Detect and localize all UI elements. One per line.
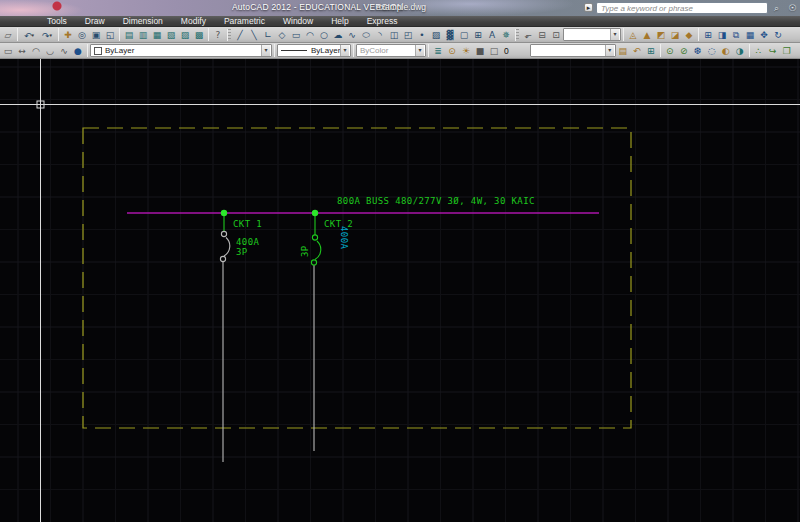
- menu-dimension[interactable]: Dimension: [114, 16, 172, 27]
- construction-line-icon[interactable]: ╲: [248, 28, 261, 41]
- undo-icon[interactable]: ↶▾: [21, 28, 38, 41]
- menu-window[interactable]: Window: [274, 16, 322, 27]
- visual-style-hidden-icon[interactable]: ◩: [655, 28, 668, 41]
- lineweight-control-dropdown-arrow[interactable]: ▾: [415, 45, 424, 56]
- markup-set-manager-icon[interactable]: ▨: [179, 28, 192, 41]
- workspace-icon[interactable]: ▱: [2, 28, 15, 41]
- view-control-dropdown-arrow[interactable]: ▾: [610, 29, 619, 40]
- offset-icon[interactable]: ⧉: [730, 28, 743, 41]
- layer-unisolate-icon[interactable]: ⊘: [677, 44, 690, 57]
- layer-previous-icon[interactable]: ↶: [630, 44, 643, 57]
- copy-objects-new-layer-icon[interactable]: ❐: [780, 44, 793, 57]
- circuit-2-poles-label[interactable]: 3P: [300, 245, 310, 257]
- sheet-set-manager-icon[interactable]: ▧: [165, 28, 178, 41]
- pan-icon[interactable]: ✚: [62, 28, 75, 41]
- visual-style-realistic-icon[interactable]: ◪: [669, 28, 682, 41]
- change-to-current-layer-icon[interactable]: ↪: [766, 44, 779, 57]
- point-icon[interactable]: •: [416, 28, 429, 41]
- array-icon[interactable]: ▦: [744, 28, 757, 41]
- region-icon[interactable]: ▢: [458, 28, 471, 41]
- designcenter-icon[interactable]: ▥: [137, 28, 150, 41]
- menu-help[interactable]: Help: [322, 16, 357, 27]
- ucs-icon[interactable]: ⬐: [522, 28, 535, 41]
- orbit-icon[interactable]: ●: [72, 44, 85, 57]
- visual-style-shaded-icon[interactable]: ◆: [683, 28, 696, 41]
- bus-tap-node-2[interactable]: [312, 210, 318, 216]
- make-block-icon[interactable]: ◰: [402, 28, 415, 41]
- move-icon[interactable]: ✥: [758, 28, 771, 41]
- layer-state-control[interactable]: ▾: [530, 44, 616, 57]
- circuit-2[interactable]: CKT 2 3P 400A: [300, 210, 353, 451]
- bus-tap-node-1[interactable]: [221, 210, 227, 216]
- face-icon[interactable]: ◠: [30, 44, 43, 57]
- ucs-world-icon[interactable]: ⊟: [536, 28, 549, 41]
- visual-style-conceptual-icon[interactable]: ▲: [641, 28, 654, 41]
- ucs-previous-icon[interactable]: ⊡: [550, 28, 563, 41]
- layer-freeze-sun-icon[interactable]: ☀: [460, 44, 473, 57]
- circuit-2-rating-label[interactable]: 400A: [339, 226, 349, 249]
- line-icon[interactable]: ╱: [234, 28, 247, 41]
- named-views-icon[interactable]: ▭: [2, 44, 15, 57]
- menu-tools[interactable]: Tools: [38, 16, 76, 27]
- copy-icon[interactable]: ⊞: [702, 28, 715, 41]
- help-icon[interactable]: ?: [212, 28, 225, 41]
- communication-center-icon[interactable]: ☉: [786, 2, 799, 14]
- layer-properties-manager-icon[interactable]: ≣: [432, 44, 445, 57]
- zoom-realtime-icon[interactable]: ◎: [76, 28, 89, 41]
- zoom-window-icon[interactable]: ▣: [90, 28, 103, 41]
- menu-draw[interactable]: Draw: [76, 16, 114, 27]
- polygon-icon[interactable]: ◇: [276, 28, 289, 41]
- quickcalc-icon[interactable]: ▩: [193, 28, 206, 41]
- circuit-1-rating-label[interactable]: 400A: [236, 237, 259, 247]
- menu-modify[interactable]: Modify: [172, 16, 215, 27]
- layer-off-icon[interactable]: ◌: [705, 44, 718, 57]
- linetype-control[interactable]: ByLayer▾: [277, 44, 351, 57]
- ellipse-arc-icon[interactable]: ◝: [374, 28, 387, 41]
- gradient-icon[interactable]: ▓: [444, 28, 457, 41]
- panel-boundary-rectangle[interactable]: [83, 128, 631, 428]
- color-control-dropdown-arrow[interactable]: ▾: [261, 45, 270, 56]
- curve-icon[interactable]: ∿: [58, 44, 71, 57]
- hatch-icon[interactable]: ▨: [430, 28, 443, 41]
- spline-icon[interactable]: ∿: [346, 28, 359, 41]
- polyline-icon[interactable]: ∟: [262, 28, 275, 41]
- lineweight-control[interactable]: ByColor▾: [356, 44, 426, 57]
- ellipse-icon[interactable]: ⬭: [360, 28, 373, 41]
- stretch-icon[interactable]: ↔: [16, 44, 29, 57]
- edge-icon[interactable]: ◡: [44, 44, 57, 57]
- menu-express[interactable]: Express: [358, 16, 407, 27]
- layer-match-icon[interactable]: ∴: [752, 44, 765, 57]
- mirror-icon[interactable]: ◨: [716, 28, 729, 41]
- model-space-canvas[interactable]: 800A BUSS 480/277V 3Ø, 4W, 30 KAIC CKT 1…: [0, 59, 800, 522]
- circuit-1-poles-label[interactable]: 3P: [236, 247, 248, 257]
- menu-parametric[interactable]: Parametric: [215, 16, 274, 27]
- visual-style-2d-icon[interactable]: ◬: [627, 28, 640, 41]
- table-icon[interactable]: ⊞: [472, 28, 485, 41]
- toolbar-grip[interactable]: [515, 29, 519, 41]
- layer-isolate-icon[interactable]: ⊙: [663, 44, 676, 57]
- color-control[interactable]: ByLayer▾: [90, 44, 272, 57]
- circle-icon[interactable]: ○: [318, 28, 331, 41]
- search-icon[interactable]: ⌕: [770, 2, 783, 14]
- toolbar-grip[interactable]: [227, 29, 231, 41]
- zoom-previous-icon[interactable]: ◱: [104, 28, 117, 41]
- insert-block-icon[interactable]: ◫: [388, 28, 401, 41]
- properties-palette-icon[interactable]: ▤: [123, 28, 136, 41]
- layer-walk-icon[interactable]: ◑: [733, 44, 746, 57]
- circuit-1-breaker[interactable]: [220, 231, 229, 261]
- rectangle-icon[interactable]: ▭: [290, 28, 303, 41]
- revision-cloud-icon[interactable]: ☁: [332, 28, 345, 41]
- linetype-control-dropdown-arrow[interactable]: ▾: [340, 45, 349, 56]
- circuit-1-label[interactable]: CKT 1: [233, 219, 262, 229]
- layer-lock-icon[interactable]: ■: [474, 44, 487, 57]
- add-selected-icon[interactable]: ✵: [500, 28, 513, 41]
- rotate-icon[interactable]: ↻: [772, 28, 785, 41]
- bus-label[interactable]: 800A BUSS 480/277V 3Ø, 4W, 30 KAIC: [337, 196, 535, 206]
- layer-color-swatch-icon[interactable]: □: [488, 44, 501, 57]
- circuit-2-breaker[interactable]: [311, 235, 320, 265]
- multiline-text-icon[interactable]: A: [486, 28, 499, 41]
- layer-on-off-bulb-icon[interactable]: ⊙: [446, 44, 459, 57]
- tool-palettes-icon[interactable]: ▦: [151, 28, 164, 41]
- view-control[interactable]: ▾: [563, 28, 621, 41]
- layer-lock-fade-icon[interactable]: ◐: [719, 44, 732, 57]
